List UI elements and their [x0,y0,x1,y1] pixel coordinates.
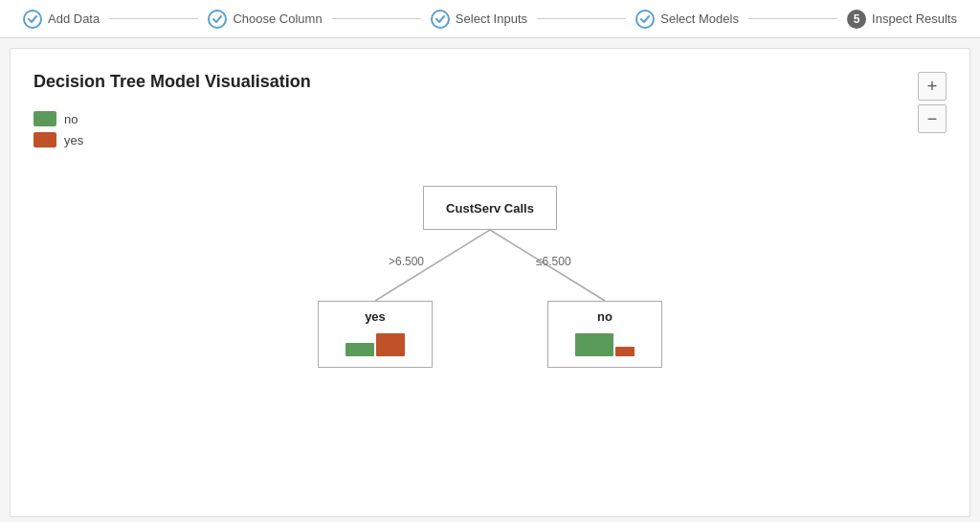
legend-color-no [33,111,56,126]
left-leaf-bars [319,328,432,356]
step-label-add-data: Add Data [48,11,100,26]
tree-container: CustServ Calls >6.500 ≤6.500 yes no [33,167,947,416]
left-leaf-node: yes [318,301,433,368]
legend-label-yes: yes [64,133,83,148]
step-check-select-inputs [431,10,450,29]
step-divider-1 [109,18,198,19]
page-title: Decision Tree Model Visualisation [33,72,947,92]
zoom-in-button[interactable]: + [918,72,947,101]
step-label-select-models: Select Models [660,11,739,26]
step-label-inspect-results: Inspect Results [872,11,957,26]
step-divider-3 [537,18,626,19]
right-leaf-node: no [547,301,662,368]
left-bar-no [345,343,374,356]
step-divider-2 [332,18,421,19]
right-bar-no [575,333,613,356]
right-leaf-bars [548,328,661,356]
left-bar-yes [376,333,405,356]
step-label-choose-column: Choose Column [233,11,322,26]
zoom-out-button[interactable]: − [918,104,947,133]
step-choose-column[interactable]: Choose Column [208,10,322,29]
right-leaf-label: no [597,302,612,328]
step-number-inspect-results: 5 [847,10,866,29]
step-add-data[interactable]: Add Data [23,10,100,29]
step-check-select-models [635,10,655,29]
step-divider-4 [748,18,837,19]
root-node: CustServ Calls [423,186,557,230]
legend-color-yes [33,132,56,148]
right-bar-yes [615,347,635,356]
left-leaf-label: yes [365,302,386,328]
stepper: Add Data Choose Column Select Inputs Sel… [0,0,980,38]
step-select-inputs[interactable]: Select Inputs [431,10,527,29]
tree-diagram: CustServ Calls >6.500 ≤6.500 yes no [299,186,681,416]
step-inspect-results[interactable]: 5 Inspect Results [847,10,957,29]
legend: no yes [33,111,947,148]
right-edge-label: ≤6.500 [536,255,571,268]
main-content: Decision Tree Model Visualisation no yes… [10,48,970,517]
legend-label-no: no [64,112,78,126]
legend-item-no: no [33,111,947,126]
left-edge-label: >6.500 [389,255,424,268]
step-check-choose-column [208,10,227,29]
step-check-add-data [23,10,42,29]
legend-item-yes: yes [33,132,947,148]
zoom-controls: + − [918,72,947,133]
step-label-select-inputs: Select Inputs [456,11,527,26]
step-select-models[interactable]: Select Models [635,10,739,29]
root-node-label: CustServ Calls [446,201,534,216]
